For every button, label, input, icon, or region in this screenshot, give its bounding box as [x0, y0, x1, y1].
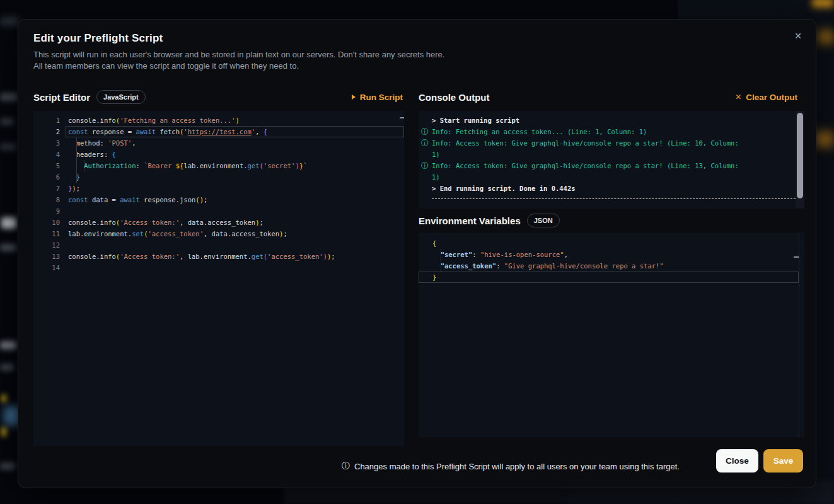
line-number: 8: [33, 194, 60, 205]
footer-notice: ⓘ Changes made to this Preflight Script …: [342, 461, 680, 472]
console-output-panel[interactable]: > Start running scriptⓘInfo: Fetching an…: [419, 111, 804, 209]
line-number: 14: [33, 262, 60, 273]
code-line: 7});: [33, 183, 404, 194]
line-number: 10: [33, 217, 60, 228]
console-line: > Start running script: [419, 115, 804, 126]
dialog-description-line2: All team members can view the script and…: [33, 61, 299, 71]
clear-output-label: Clear Output: [746, 93, 797, 102]
backdrop-shape: [1, 427, 6, 437]
code-line: }: [419, 272, 804, 283]
console-separator: [432, 198, 796, 199]
code-line: 12: [33, 239, 404, 251]
close-icon[interactable]: ✕: [791, 28, 806, 43]
console-line: ⓘInfo: Access token: Give graphql-hive/c…: [419, 137, 804, 160]
code-line: 8const data = await response.json();: [33, 194, 404, 205]
close-button[interactable]: Close: [716, 449, 758, 472]
json-badge: JSON: [527, 214, 560, 227]
env-vars-header: Environment Variables JSON: [419, 213, 804, 228]
line-number: 4: [33, 149, 60, 160]
page-backdrop: Edit your Preflight Script This script w…: [0, 0, 834, 504]
line-number: 7: [33, 183, 60, 194]
script-editor-code[interactable]: 1console.info('Fetching an access token.…: [33, 111, 404, 446]
backdrop-shape: [1, 217, 16, 229]
code-line: 9: [33, 205, 404, 217]
code-line: "access_token": "Give graphql-hive/conso…: [419, 260, 804, 272]
footer-notice-text: Changes made to this Preflight Script wi…: [354, 462, 680, 471]
console-line: ⓘInfo: Fetching an access token... (Line…: [419, 126, 804, 137]
console-line: > End running script. Done in 0.442s: [419, 183, 804, 194]
backdrop-shape: [1, 394, 6, 403]
line-number: 11: [33, 228, 60, 239]
backdrop-shape: [0, 463, 15, 469]
clear-icon: ✕: [735, 93, 741, 101]
indent-guide: [76, 160, 77, 171]
backdrop-shape: [818, 30, 834, 44]
env-vars-title: Environment Variables: [419, 215, 521, 226]
backdrop-shape: [0, 144, 16, 150]
dialog-title: Edit your Preflight Script: [33, 32, 163, 45]
line-number: 9: [33, 205, 60, 217]
code-line: {: [419, 238, 804, 249]
info-icon: ⓘ: [421, 126, 429, 137]
line-number: 2: [33, 126, 60, 137]
code-line: 2const response = await fetch('https://t…: [33, 126, 404, 137]
env-vars-editor[interactable]: { "secret": "hive-is-open-source", "acce…: [419, 232, 804, 437]
line-number: 1: [33, 115, 60, 126]
code-line: 14: [33, 262, 404, 273]
info-icon: ⓘ: [342, 461, 350, 472]
code-line: 10console.info('Access token:', data.acc…: [33, 217, 404, 228]
console-header: Console Output ✕ Clear Output: [419, 89, 804, 105]
line-number: 12: [33, 239, 60, 251]
indent-guide: [441, 260, 441, 272]
clear-output-button[interactable]: ✕ Clear Output: [735, 89, 797, 105]
code-line: 5 Authorization: `Bearer ${lab.environme…: [33, 160, 404, 171]
script-editor-title: Script Editor: [33, 92, 90, 103]
line-number: 13: [33, 251, 60, 262]
info-icon: ⓘ: [421, 137, 429, 149]
backdrop-shape: [0, 93, 18, 101]
backdrop-shape: [814, 131, 833, 147]
indent-guide: [76, 171, 77, 183]
dialog-description-line1: This script will run in each user's brow…: [33, 50, 444, 59]
backdrop-shape: [812, 0, 834, 8]
code-line: 3 method: 'POST',: [33, 137, 404, 149]
run-script-label: Run Script: [360, 93, 403, 102]
language-badge: JavaScript: [96, 90, 146, 104]
backdrop-shape: [0, 118, 14, 125]
code-line: "secret": "hive-is-open-source",: [419, 249, 804, 260]
line-number: 3: [33, 137, 60, 149]
info-icon: ⓘ: [421, 160, 429, 171]
indent-guide: [441, 249, 441, 260]
console-line: ⓘInfo: Access token: Give graphql-hive/c…: [419, 160, 804, 183]
code-line: 13console.info('Access token:', lab.envi…: [33, 251, 404, 262]
code-line: 6 }: [33, 171, 404, 183]
code-line: 11lab.environment.set('access_token', da…: [33, 228, 404, 239]
line-number: 5: [33, 160, 60, 171]
indent-guide: [76, 149, 77, 160]
play-icon: [352, 94, 356, 100]
backdrop-shape: [0, 364, 14, 370]
console-output-title: Console Output: [419, 92, 490, 103]
run-script-button[interactable]: Run Script: [352, 89, 403, 105]
preflight-script-dialog: Edit your Preflight Script This script w…: [18, 19, 816, 488]
code-line: 4 headers: {: [33, 149, 404, 160]
backdrop-shape: [0, 341, 16, 349]
backdrop-shape: [0, 18, 19, 25]
indent-guide: [76, 137, 77, 149]
backdrop-shape: [0, 244, 16, 251]
save-button[interactable]: Save: [763, 449, 803, 472]
script-editor-header: Script Editor JavaScript Run Script: [33, 89, 404, 105]
line-number: 6: [33, 171, 60, 183]
code-line: 1console.info('Fetching an access token.…: [33, 115, 404, 126]
indent-guide: [84, 160, 84, 171]
